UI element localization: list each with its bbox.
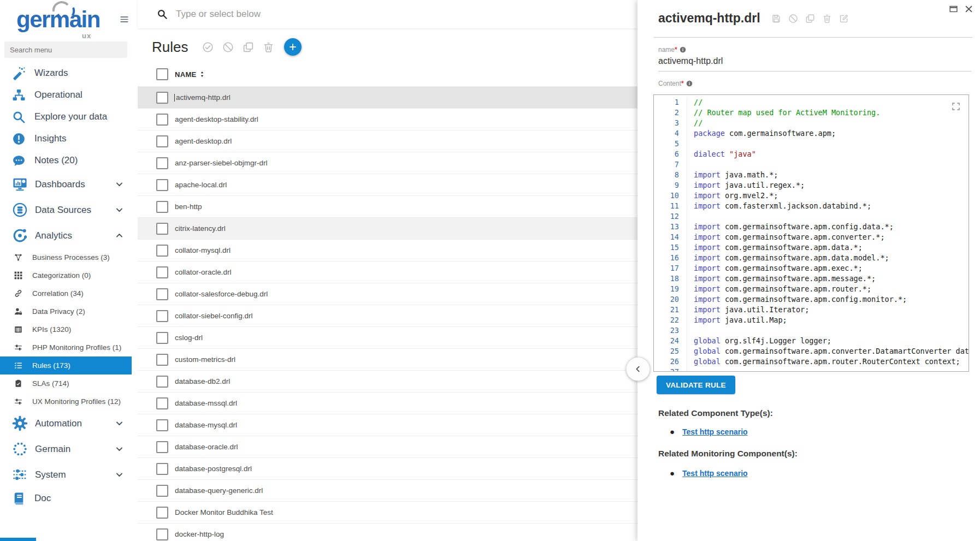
- delete-icon[interactable]: [822, 14, 832, 23]
- sidebar-item-data-sources[interactable]: Data Sources: [0, 197, 132, 223]
- row-checkbox[interactable]: [156, 114, 168, 126]
- row-checkbox[interactable]: [156, 223, 168, 235]
- sidebar-item-kpis-1320[interactable]: KPIs (1320): [0, 320, 132, 338]
- table-row[interactable]: collator-siebel-config.drl: [138, 305, 637, 326]
- info-icon[interactable]: [680, 46, 686, 53]
- duplicate-icon[interactable]: [805, 14, 815, 23]
- sidebar-item-correlation-34[interactable]: Correlation (34): [0, 284, 132, 302]
- sidebar-item-ux-monitoring-profiles-12[interactable]: UX Monitoring Profiles (12): [0, 393, 132, 411]
- validate-rule-button[interactable]: VALIDATE RULE: [657, 376, 735, 394]
- table-row[interactable]: collator-oracle.drl: [138, 261, 637, 283]
- row-checkbox[interactable]: [156, 419, 168, 431]
- hamburger-menu-icon[interactable]: [119, 14, 129, 25]
- rules-search-input[interactable]: [175, 8, 637, 20]
- code-text: import com.germainsoftware.apm.router.*;: [687, 284, 969, 294]
- line-number: 3: [654, 118, 687, 128]
- duplicate-icon[interactable]: [243, 41, 254, 53]
- table-row[interactable]: agent-desktop-stability.drl: [138, 108, 637, 130]
- sidebar-item-automation[interactable]: Automation: [0, 411, 132, 436]
- disable-icon[interactable]: [222, 41, 234, 53]
- table-row[interactable]: database-mysql.drl: [138, 414, 637, 436]
- sidebar-item-system[interactable]: System: [0, 462, 132, 488]
- required-asterisk: *: [681, 80, 684, 87]
- table-row[interactable]: cslog-drl: [138, 326, 637, 348]
- table-row[interactable]: database-mssql.drl: [138, 392, 637, 414]
- sidebar-item-business-processes-3[interactable]: Business Processes (3): [0, 248, 132, 266]
- row-checkbox[interactable]: [156, 463, 168, 475]
- save-icon[interactable]: [771, 14, 781, 23]
- sidebar-item-germain[interactable]: Germain: [0, 436, 132, 462]
- bullet: ●: [670, 468, 675, 478]
- table-row[interactable]: citrix-latency.drl: [138, 217, 637, 239]
- sidebar-item-insights[interactable]: Insights: [0, 128, 132, 150]
- row-checkbox[interactable]: [156, 288, 168, 300]
- close-icon[interactable]: [964, 4, 973, 14]
- disable-icon[interactable]: [788, 14, 798, 23]
- table-row[interactable]: apache-local.drl: [138, 174, 637, 195]
- table-row[interactable]: ben-http: [138, 195, 637, 217]
- row-checkbox[interactable]: [156, 266, 168, 278]
- add-rule-button[interactable]: [284, 38, 302, 56]
- row-checkbox[interactable]: [156, 354, 168, 366]
- name-field-value[interactable]: activemq-http.drl: [658, 53, 971, 72]
- table-row[interactable]: anz-parser-siebel-objmgr-drl: [138, 152, 637, 174]
- row-checkbox[interactable]: [156, 310, 168, 322]
- row-checkbox[interactable]: [156, 92, 168, 104]
- row-checkbox[interactable]: [156, 507, 168, 519]
- row-checkbox[interactable]: [156, 397, 168, 409]
- sidebar-item-categorization-0[interactable]: Categorization (0): [0, 266, 132, 284]
- sidebar-item-doc[interactable]: Doc: [0, 488, 132, 509]
- sidebar-item-label: Data Privacy (2): [32, 307, 85, 316]
- sidebar-item-notes-20[interactable]: Notes (20): [0, 150, 132, 171]
- sidebar-item-dashboards[interactable]: Dashboards: [0, 171, 132, 197]
- collapse-panel-button[interactable]: [626, 357, 650, 381]
- sidebar-item-label: Rules (173): [32, 361, 70, 370]
- approve-icon[interactable]: [202, 41, 214, 53]
- row-checkbox[interactable]: [156, 201, 168, 213]
- edit-icon[interactable]: [839, 14, 849, 23]
- sidebar-item-data-privacy-2[interactable]: Data Privacy (2): [0, 302, 132, 320]
- table-row[interactable]: docker-http-log: [138, 523, 637, 541]
- maximize-icon[interactable]: [949, 4, 958, 14]
- delete-icon[interactable]: [263, 41, 274, 53]
- table-row[interactable]: Docker Monitor Buddhika Test: [138, 501, 637, 523]
- row-checkbox[interactable]: [156, 485, 168, 497]
- related-monitoring-component-link[interactable]: Test http scenario: [682, 469, 748, 478]
- table-row[interactable]: collator-mysql.drl: [138, 239, 637, 261]
- sidebar-item-slas-714[interactable]: SLAs (714): [0, 374, 132, 393]
- row-checkbox[interactable]: [156, 179, 168, 191]
- row-checkbox[interactable]: [156, 332, 168, 344]
- info-icon[interactable]: [686, 80, 693, 87]
- sidebar-item-analytics[interactable]: Analytics: [0, 223, 132, 248]
- table-row[interactable]: database-postgresql.drl: [138, 457, 637, 479]
- row-checkbox[interactable]: [156, 157, 168, 169]
- fullscreen-icon[interactable]: [951, 102, 961, 111]
- row-checkbox[interactable]: [156, 376, 168, 388]
- table-row[interactable]: database-oracle.drl: [138, 436, 637, 457]
- sidebar-item-php-monitoring-profiles-1[interactable]: PHP Monitoring Profiles (1): [0, 338, 132, 356]
- sidebar-item-operational[interactable]: Operational: [0, 84, 132, 106]
- table-row[interactable]: database-query-generic.drl: [138, 479, 637, 501]
- table-row[interactable]: activemq-http.drl: [138, 86, 637, 108]
- select-all-checkbox[interactable]: [156, 68, 168, 80]
- row-checkbox[interactable]: [156, 245, 168, 257]
- sidebar-search-input[interactable]: [4, 41, 127, 58]
- code-editor[interactable]: 1//2// Router map used for ActiveM Monit…: [653, 94, 969, 372]
- row-checkbox[interactable]: [156, 135, 168, 147]
- sidebar-item-wizards[interactable]: Wizards: [0, 62, 132, 84]
- table-row[interactable]: custom-metrics-drl: [138, 348, 637, 370]
- table-row[interactable]: database-db2.drl: [138, 370, 637, 392]
- sidebar-item-explore-your-data[interactable]: Explore your data: [0, 106, 132, 128]
- sidebar-item-rules-173[interactable]: Rules (173): [0, 356, 132, 374]
- rule-name: collator-siebel-config.drl: [175, 312, 253, 320]
- related-component-type-link[interactable]: Test http scenario: [682, 427, 748, 436]
- sort-icon[interactable]: [198, 70, 206, 78]
- row-checkbox[interactable]: [156, 528, 168, 540]
- code-line: 4package com.germainsoftware.apm;: [654, 128, 969, 139]
- row-checkbox[interactable]: [156, 441, 168, 453]
- table-row[interactable]: agent-desktop.drl: [138, 130, 637, 152]
- sidebar-item-label: KPIs (1320): [32, 325, 71, 334]
- table-row[interactable]: collator-salesforce-debug.drl: [138, 283, 637, 305]
- list-check-icon: [14, 361, 22, 370]
- name-column-header[interactable]: NAME: [175, 70, 196, 79]
